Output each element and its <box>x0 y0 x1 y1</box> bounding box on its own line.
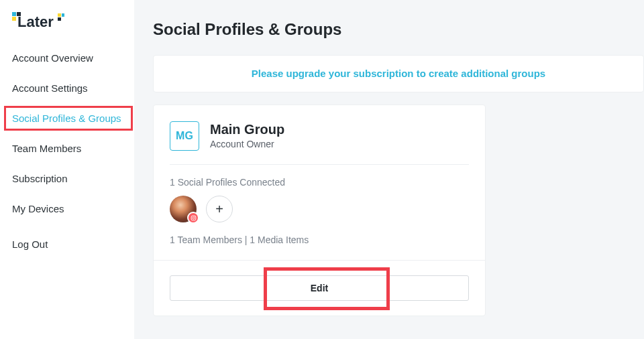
svg-point-8 <box>192 216 194 218</box>
edit-button-label: Edit <box>311 283 328 293</box>
nav-label: Account Overview <box>12 52 93 64</box>
social-profile-avatar[interactable] <box>170 196 197 222</box>
add-profile-button[interactable]: + <box>206 196 233 222</box>
svg-text:Later: Later <box>17 13 54 30</box>
profiles-connected-label: 1 Social Profiles Connected <box>170 177 469 188</box>
nav-my-devices[interactable]: My Devices <box>0 194 134 224</box>
upgrade-banner[interactable]: Please upgrade your subscription to crea… <box>153 55 644 92</box>
svg-rect-1 <box>12 17 16 21</box>
group-role: Account Owner <box>210 139 284 149</box>
svg-rect-0 <box>12 12 16 16</box>
sidebar: Later Account Overview Account Settings … <box>0 0 134 339</box>
group-card: MG Main Group Account Owner 1 Social Pro… <box>153 105 486 316</box>
page-title: Social Profiles & Groups <box>153 20 644 39</box>
main-content: Social Profiles & Groups Please upgrade … <box>134 0 644 339</box>
group-heading: Main Group Account Owner <box>210 121 284 149</box>
svg-rect-5 <box>62 13 64 17</box>
sidebar-nav: Account Overview Account Settings Social… <box>0 43 134 224</box>
upgrade-banner-text: Please upgrade your subscription to crea… <box>252 68 545 79</box>
nav-account-settings[interactable]: Account Settings <box>0 73 134 103</box>
svg-point-9 <box>195 216 195 217</box>
logout-label: Log Out <box>12 239 48 250</box>
group-name: Main Group <box>210 121 284 137</box>
group-stats-label: 1 Team Members | 1 Media Items <box>170 234 469 260</box>
nav-log-out[interactable]: Log Out <box>0 229 134 259</box>
group-header: MG Main Group Account Owner <box>170 121 469 165</box>
brand-logo: Later <box>0 12 134 43</box>
svg-rect-6 <box>58 17 61 21</box>
nav-label: My Devices <box>12 203 64 214</box>
instagram-icon <box>187 212 199 224</box>
edit-button[interactable]: Edit <box>170 275 469 301</box>
nav-label: Social Profiles & Groups <box>12 113 121 124</box>
nav-label: Subscription <box>12 173 68 184</box>
svg-rect-4 <box>58 13 61 17</box>
svg-rect-7 <box>191 216 196 220</box>
nav-account-overview[interactable]: Account Overview <box>0 43 134 73</box>
group-initials-badge: MG <box>170 121 199 151</box>
profiles-row: + <box>170 196 469 222</box>
nav-subscription[interactable]: Subscription <box>0 163 134 194</box>
nav-label: Team Members <box>12 143 81 154</box>
nav-social-profiles-groups[interactable]: Social Profiles & Groups <box>0 103 134 133</box>
nav-team-members[interactable]: Team Members <box>0 133 134 163</box>
nav-label: Account Settings <box>12 82 88 94</box>
edit-row: Edit <box>170 261 469 301</box>
plus-icon: + <box>215 202 223 216</box>
